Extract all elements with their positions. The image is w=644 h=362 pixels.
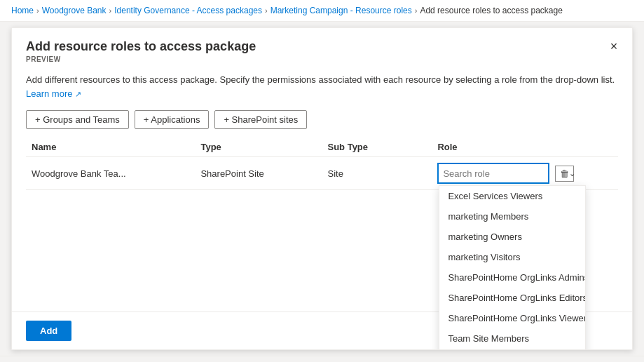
dropdown-item[interactable]: Excel Services Viewers	[439, 186, 585, 206]
dropdown-item[interactable]: Team Site Members	[439, 328, 585, 349]
dropdown-item[interactable]: marketing Members	[439, 206, 585, 227]
row-name: Woodgrove Bank Tea...	[26, 157, 195, 190]
modal-header: Add resource roles to access package PRE…	[12, 28, 632, 73]
resource-table: Name Type Sub Type Role Woodgrove Bank T…	[26, 138, 618, 190]
role-search-box[interactable]: ⌄ Excel Services Viewers marketing Membe…	[437, 163, 549, 184]
dropdown-item[interactable]: SharePointHome OrgLinks Editors	[439, 288, 585, 308]
row-type: SharePoint Site	[195, 157, 322, 190]
table-row: Woodgrove Bank Tea... SharePoint Site Si…	[26, 157, 618, 190]
preview-badge: PREVIEW	[26, 55, 618, 63]
col-header-type: Type	[195, 138, 322, 157]
horizontal-scrollbar[interactable]	[0, 356, 644, 361]
modal-title: Add resource roles to access package	[26, 39, 618, 54]
role-search-input[interactable]	[439, 168, 565, 179]
breadcrumb-home[interactable]: Home	[11, 6, 34, 15]
dropdown-item[interactable]: SharePointHome OrgLinks Admins	[439, 267, 585, 288]
row-subtype: Site	[322, 157, 432, 190]
dropdown-item[interactable]: Team Site Owners	[439, 349, 585, 350]
sharepoint-sites-button[interactable]: + SharePoint sites	[214, 110, 307, 129]
dropdown-item[interactable]: marketing Owners	[439, 227, 585, 247]
col-header-name: Name	[26, 138, 195, 157]
breadcrumb: Home › Woodgrove Bank › Identity Governa…	[0, 0, 644, 22]
role-dropdown: Excel Services Viewers marketing Members…	[439, 185, 586, 350]
close-button[interactable]: ×	[604, 36, 624, 56]
breadcrumb-campaign[interactable]: Marketing Campaign - Resource roles	[270, 6, 412, 15]
breadcrumb-bank[interactable]: Woodgrove Bank	[42, 6, 107, 15]
add-button[interactable]: Add	[26, 321, 71, 341]
modal-body: Add different resources to this access p…	[12, 73, 632, 201]
description-text: Add different resources to this access p…	[26, 73, 618, 100]
col-header-role: Role	[432, 138, 618, 157]
role-cell: ⌄ Excel Services Viewers marketing Membe…	[432, 157, 618, 190]
col-header-subtype: Sub Type	[322, 138, 432, 157]
breadcrumb-sep-2: ›	[109, 6, 112, 15]
breadcrumb-governance[interactable]: Identity Governance - Access packages	[114, 6, 262, 15]
breadcrumb-sep-1: ›	[36, 6, 39, 15]
breadcrumb-sep-3: ›	[265, 6, 268, 15]
groups-teams-button[interactable]: + Groups and Teams	[26, 110, 129, 129]
modal-panel: × Add resource roles to access package P…	[11, 27, 633, 350]
chevron-down-icon: ⌄	[565, 169, 580, 178]
applications-button[interactable]: + Applications	[135, 110, 210, 129]
external-link-icon: ↗	[75, 90, 81, 98]
dropdown-item[interactable]: SharePointHome OrgLinks Viewers	[439, 308, 585, 328]
resource-type-buttons: + Groups and Teams + Applications + Shar…	[26, 110, 618, 129]
dropdown-item[interactable]: marketing Visitors	[439, 247, 585, 267]
learn-more-link[interactable]: Learn more	[26, 88, 72, 99]
breadcrumb-sep-4: ›	[415, 6, 418, 15]
breadcrumb-current: Add resource roles to access package	[420, 6, 562, 15]
